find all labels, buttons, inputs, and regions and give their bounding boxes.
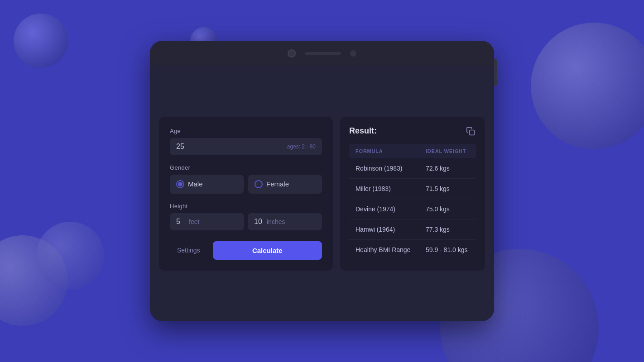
column-weight-header: IDEAL WEIGHT	[419, 144, 476, 158]
copy-icon[interactable]	[465, 126, 476, 137]
decorative-sphere-5	[36, 222, 104, 290]
age-label: Age	[170, 128, 322, 134]
feet-input-box[interactable]: 5 feet	[170, 213, 244, 230]
result-row: Healthy BMI Range 59.9 - 81.0 kgs	[349, 239, 476, 260]
radio-male-inner	[178, 182, 183, 186]
app-container: Age 25 ages: 2 - 80 Gender Male	[159, 117, 485, 271]
tablet-content: Age 25 ages: 2 - 80 Gender Male	[150, 66, 494, 321]
results-panel: Result: FORMULA IDEAL WEIGHT	[340, 117, 485, 271]
decorative-sphere-1	[14, 14, 68, 68]
tablet-device: Age 25 ages: 2 - 80 Gender Male	[150, 41, 494, 321]
result-row: Hamwi (1964) 77.3 kgs	[349, 219, 476, 239]
result-formula: Healthy BMI Range	[349, 239, 419, 260]
result-row: Devine (1974) 75.0 kgs	[349, 199, 476, 219]
result-weight: 77.3 kgs	[419, 219, 476, 239]
gender-male-option[interactable]: Male	[170, 175, 244, 194]
inches-unit: inches	[267, 218, 285, 225]
height-row: 5 feet 10 inches	[170, 213, 322, 230]
tablet-side-button	[494, 59, 497, 86]
radio-male-outer	[176, 180, 184, 188]
height-label: Height	[170, 203, 322, 210]
results-table: FORMULA IDEAL WEIGHT Robinson (1983) 72.…	[349, 144, 476, 260]
inches-value: 10	[254, 218, 263, 226]
feet-unit: feet	[189, 218, 199, 225]
gender-row: Male Female	[170, 175, 322, 194]
age-hint: ages: 2 - 80	[287, 143, 316, 150]
gender-male-label: Male	[188, 180, 203, 188]
tablet-top-bar	[150, 41, 494, 66]
result-formula: Robinson (1983)	[349, 158, 419, 179]
height-section: Height 5 feet 10 inches	[170, 203, 322, 230]
result-formula: Hamwi (1964)	[349, 219, 419, 239]
radio-female-outer	[255, 180, 263, 188]
tablet-sensor	[350, 50, 356, 57]
settings-button[interactable]: Settings	[170, 242, 207, 258]
tablet-camera	[288, 49, 296, 57]
decorative-sphere-3	[531, 23, 644, 149]
feet-value: 5	[176, 218, 185, 226]
result-weight: 71.5 kgs	[419, 178, 476, 199]
gender-female-label: Female	[266, 180, 289, 188]
result-formula: Devine (1974)	[349, 199, 419, 219]
calculator-panel: Age 25 ages: 2 - 80 Gender Male	[159, 117, 333, 271]
column-formula-header: FORMULA	[349, 144, 419, 158]
result-formula: Miller (1983)	[349, 178, 419, 199]
inches-input-box[interactable]: 10 inches	[248, 213, 322, 230]
calculate-button[interactable]: Calculate	[213, 241, 322, 260]
buttons-row: Settings Calculate	[170, 241, 322, 260]
result-row: Robinson (1983) 72.6 kgs	[349, 158, 476, 179]
svg-rect-0	[470, 130, 475, 135]
tablet-speaker	[305, 52, 341, 55]
age-section: Age 25 ages: 2 - 80	[170, 128, 322, 155]
result-row: Miller (1983) 71.5 kgs	[349, 178, 476, 199]
gender-label: Gender	[170, 164, 322, 171]
result-title: Result:	[349, 126, 377, 136]
result-weight: 59.9 - 81.0 kgs	[419, 239, 476, 260]
age-value: 25	[176, 143, 184, 151]
age-input-row[interactable]: 25 ages: 2 - 80	[170, 138, 322, 155]
result-weight: 75.0 kgs	[419, 199, 476, 219]
gender-female-option[interactable]: Female	[248, 175, 322, 194]
result-weight: 72.6 kgs	[419, 158, 476, 179]
result-header: Result:	[349, 126, 476, 137]
gender-section: Gender Male Female	[170, 164, 322, 194]
